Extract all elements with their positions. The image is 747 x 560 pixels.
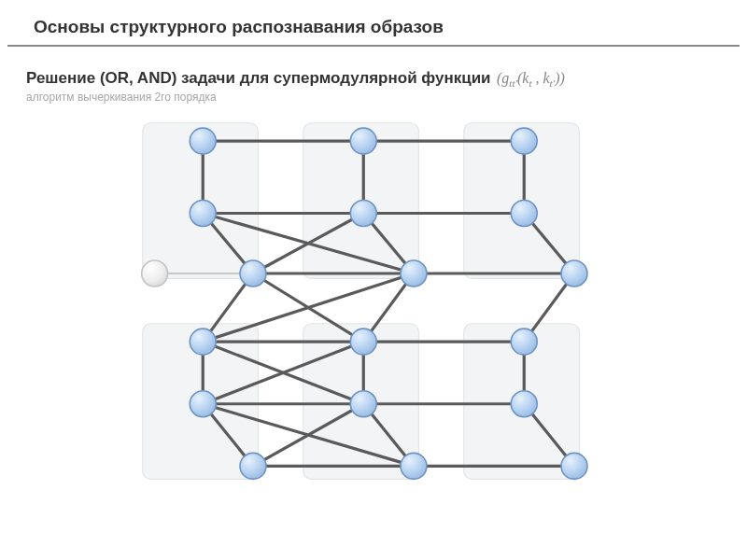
algorithm-caption: алгоритм вычеркивания 2го порядка <box>0 91 747 109</box>
graph-node <box>511 329 537 355</box>
graph-node <box>190 128 216 154</box>
graph-node <box>190 329 216 355</box>
graph-node <box>240 454 266 480</box>
graph-node <box>350 128 376 154</box>
graph-node <box>240 260 266 287</box>
graph-diagram <box>9 113 738 514</box>
subheader: Решение (OR, AND) задачи для супермодуля… <box>0 47 747 91</box>
graph-node <box>511 391 537 417</box>
page-header: Основы структурного распознавания образо… <box>7 0 740 47</box>
graph-node <box>142 260 168 287</box>
graph-node <box>561 454 587 480</box>
graph-node <box>350 201 376 227</box>
graph-node <box>511 201 537 227</box>
subheader-title: Решение (OR, AND) задачи для супермодуля… <box>26 69 491 87</box>
graph-node <box>511 128 537 154</box>
diagram-container <box>0 113 747 518</box>
graph-node <box>401 454 427 480</box>
subheader-formula: (gtt'(kt , kt')) <box>497 70 565 86</box>
graph-node <box>350 329 376 355</box>
graph-node <box>350 391 376 417</box>
graph-node <box>190 391 216 417</box>
graph-node <box>401 260 427 287</box>
graph-node <box>190 201 216 227</box>
graph-node <box>561 260 587 287</box>
page-title: Основы структурного распознавания образо… <box>34 17 713 37</box>
